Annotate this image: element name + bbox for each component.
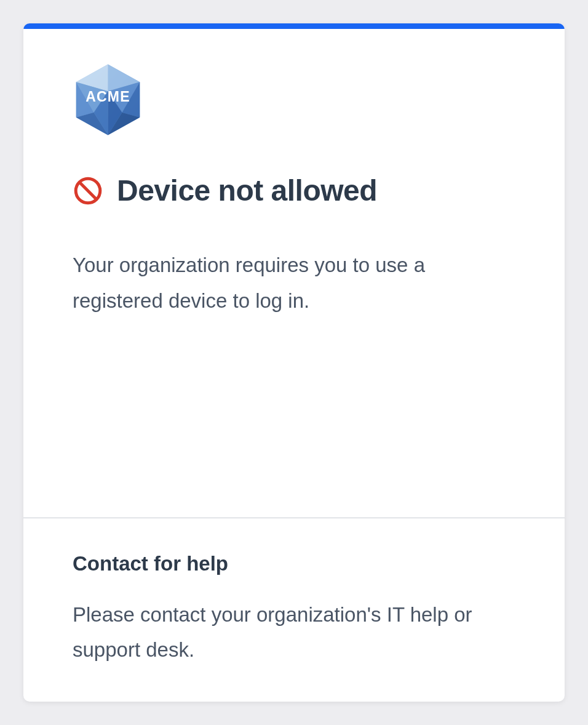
prohibit-icon [73,175,103,206]
help-heading: Contact for help [73,552,515,575]
brand-logo: ACME [73,63,143,137]
error-card: ACME Device not allowed Your organizatio… [23,23,565,702]
card-accent-bar [23,23,565,29]
svg-line-12 [80,183,96,199]
error-heading-row: Device not allowed [73,174,515,207]
error-title: Device not allowed [117,174,377,207]
card-footer-section: Contact for help Please contact your org… [23,518,565,702]
card-main-section: ACME Device not allowed Your organizatio… [23,29,565,518]
help-message: Please contact your organization's IT he… [73,597,515,668]
error-message: Your organization requires you to use a … [73,247,515,319]
brand-logo-text: ACME [85,89,130,105]
